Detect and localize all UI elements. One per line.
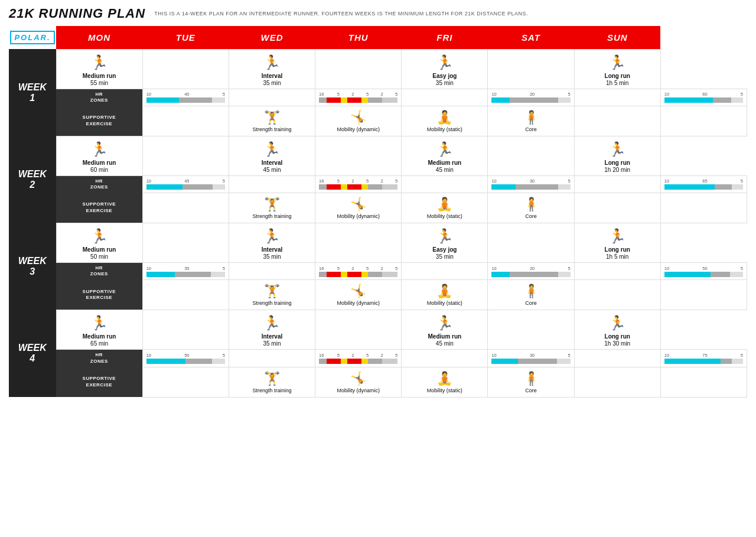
supp-icon: 🧘 [404, 197, 485, 212]
week-2-workout-row: WEEK2 🏃 Medium run 60 min 🏃 Interval 45 … [9, 136, 747, 175]
workout-wed-week4[interactable]: 🏃 Interval 35 min [229, 310, 315, 350]
supp-icon: 🧘 [404, 110, 485, 125]
hr-cell-mon-week1: 10405 [142, 89, 229, 106]
hr-cell-sat-week3 [574, 263, 660, 280]
supp-name: Mobility (static) [404, 388, 485, 393]
hr-cell-fri-week2: 10305 [488, 175, 574, 193]
hr-cell-fri-week1: 10205 [488, 89, 574, 106]
workout-wed-week2[interactable]: 🏃 Interval 45 min [229, 136, 315, 175]
week-3-label: WEEK3 [9, 223, 56, 310]
hr-cell-thu-week2 [402, 175, 488, 193]
supp-thu-week4: 🧘 Mobility (static) [402, 367, 488, 397]
hr-cell-thu-week3 [402, 263, 488, 280]
empty-tue-week2 [142, 136, 229, 175]
supp-icon: 🧍 [490, 110, 571, 125]
supp-label-3: SUPPORTIVEEXERCISE [56, 280, 142, 310]
run-icon: 🏃 [577, 315, 658, 331]
hr-cell-tue-week3 [229, 263, 315, 280]
supp-empty-mon-week3 [142, 280, 229, 310]
hr-cell-fri-week3: 10205 [488, 263, 574, 280]
empty-sat-week1 [488, 49, 574, 89]
supp-icon: 🏋 [232, 197, 312, 212]
hr-cell-sun-week1: 10605 [660, 89, 747, 106]
workout-duration: 45 min [404, 167, 485, 173]
supp-tue-week4: 🏋 Strength training [229, 367, 315, 397]
week-4-hr-row: HRZONES 10505 16 5 2 5 2 5 1030 [9, 350, 747, 367]
run-icon: 🏃 [404, 315, 485, 331]
workout-name: Easy jog [404, 72, 485, 80]
hr-cell-sun-week3: 10505 [660, 263, 747, 280]
workout-duration: 1h 5 min [577, 80, 658, 86]
empty-sat-week2 [488, 136, 574, 175]
week-1-hr-row: HRZONES 10405 16 5 2 5 2 5 1020 [9, 89, 747, 106]
workout-mon-week4[interactable]: 🏃 Medium run 65 min [56, 310, 142, 350]
workout-wed-week3[interactable]: 🏃 Interval 35 min [229, 223, 315, 263]
supp-icon: 🏋 [232, 110, 312, 125]
hr-cell-sat-week2 [574, 175, 660, 193]
workout-name: Interval [232, 246, 312, 253]
supp-fri-week1: 🧍 Core [488, 106, 574, 136]
supp-empty-sat-week3 [574, 280, 660, 310]
supp-icon: 🤸 [318, 284, 399, 299]
supp-empty-sun-week3 [660, 280, 747, 310]
empty-sat-week3 [488, 223, 574, 263]
supp-icon: 🧍 [490, 284, 571, 299]
workout-wed-week1[interactable]: 🏃 Interval 35 min [229, 49, 315, 89]
workout-sun-week2[interactable]: 🏃 Long run 1h 20 min [574, 136, 660, 175]
header-thu-label: THU [348, 32, 369, 43]
supp-name: Mobility (static) [404, 126, 485, 132]
supp-wed-week1: 🤸 Mobility (dynamic) [315, 106, 402, 136]
empty-sat-week4 [488, 310, 574, 350]
supp-empty-sun-week2 [660, 193, 747, 223]
workout-sun-week4[interactable]: 🏃 Long run 1h 30 min [574, 310, 660, 350]
header-fri-label: FRI [436, 32, 452, 43]
workout-name: Long run [577, 333, 658, 340]
header-fri: FRI [402, 26, 488, 49]
workout-duration: 1h 5 min [577, 253, 658, 260]
workout-duration: 35 min [404, 80, 485, 86]
workout-name: Easy jog [404, 246, 485, 253]
workout-mon-week2[interactable]: 🏃 Medium run 60 min [56, 136, 142, 175]
supp-tue-week3: 🏋 Strength training [229, 280, 315, 310]
plan-title: 21K RUNNING PLAN [9, 6, 145, 21]
workout-duration: 1h 30 min [577, 340, 658, 347]
week-4-supp-row: SUPPORTIVEEXERCISE 🏋 Strength training 🤸… [9, 367, 747, 397]
run-icon: 🏃 [232, 54, 312, 71]
supp-icon: 🏋 [232, 284, 312, 299]
workout-duration: 55 min [59, 80, 140, 86]
supp-name: Core [490, 300, 571, 306]
run-icon: 🏃 [404, 54, 485, 71]
header-wed: WED [229, 26, 315, 49]
workout-mon-week3[interactable]: 🏃 Medium run 50 min [56, 223, 142, 263]
supp-icon: 🧘 [404, 284, 485, 299]
workout-name: Interval [232, 333, 312, 340]
workout-name: Medium run [59, 246, 140, 253]
run-icon: 🏃 [232, 228, 312, 245]
hr-cell-wed-week3: 16 5 2 5 2 5 [315, 263, 402, 280]
workout-fri-week2[interactable]: 🏃 Medium run 45 min [402, 136, 488, 175]
polar-logo: POLAR. [11, 31, 54, 44]
header-mon-label: MON [88, 32, 110, 43]
workout-fri-week3[interactable]: 🏃 Easy jog 35 min [402, 223, 488, 263]
header-tue-label: TUE [176, 32, 195, 43]
workout-fri-week1[interactable]: 🏃 Easy jog 35 min [402, 49, 488, 89]
workout-duration: 50 min [59, 253, 140, 260]
workout-sun-week3[interactable]: 🏃 Long run 1h 5 min [574, 223, 660, 263]
workout-mon-week1[interactable]: 🏃 Medium run 55 min [56, 49, 142, 89]
hr-cell-mon-week4: 10505 [142, 350, 229, 367]
hr-cell-sun-week4: 10755 [660, 350, 747, 367]
run-icon: 🏃 [577, 54, 658, 71]
supp-icon: 🧘 [404, 371, 485, 386]
supp-name: Strength training [232, 388, 312, 393]
workout-name: Medium run [59, 72, 140, 80]
workout-name: Interval [232, 159, 312, 167]
supp-fri-week3: 🧍 Core [488, 280, 574, 310]
week-2-label: WEEK2 [9, 136, 56, 223]
workout-sun-week1[interactable]: 🏃 Long run 1h 5 min [574, 49, 660, 89]
supp-name: Strength training [232, 213, 312, 219]
supp-thu-week1: 🧘 Mobility (static) [402, 106, 488, 136]
workout-fri-week4[interactable]: 🏃 Medium run 45 min [402, 310, 488, 350]
page-header: 21K RUNNING PLAN THIS IS A 14-WEEK PLAN … [9, 6, 747, 21]
hr-zones-label-4: HRZONES [56, 350, 142, 367]
workout-duration: 35 min [232, 253, 312, 260]
